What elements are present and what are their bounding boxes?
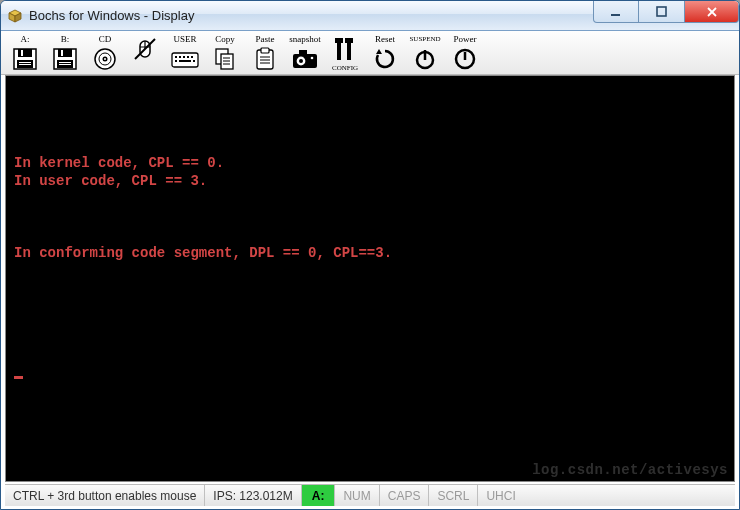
svg-rect-42 xyxy=(261,48,269,53)
svg-rect-31 xyxy=(187,56,189,58)
status-caps: CAPS xyxy=(380,485,430,506)
config-icon xyxy=(330,35,360,64)
status-drive-a[interactable]: A: xyxy=(302,485,336,506)
svg-rect-12 xyxy=(19,64,31,65)
svg-point-50 xyxy=(311,57,314,60)
svg-marker-55 xyxy=(376,49,382,54)
camera-icon xyxy=(290,45,320,73)
svg-rect-35 xyxy=(193,60,195,62)
floppy-a-button[interactable]: A: xyxy=(5,34,45,74)
svg-rect-11 xyxy=(19,62,31,63)
svg-rect-3 xyxy=(611,14,620,16)
terminal-display[interactable]: In kernel code, CPL == 0. In user code, … xyxy=(5,75,735,482)
statusbar: CTRL + 3rd button enables mouse IPS: 123… xyxy=(5,484,735,506)
svg-rect-15 xyxy=(61,50,63,56)
titlebar[interactable]: Bochs for Windows - Display xyxy=(1,1,739,31)
minimize-button[interactable] xyxy=(593,1,639,23)
svg-rect-8 xyxy=(18,49,32,57)
floppy-b-button[interactable]: B: xyxy=(45,34,85,74)
copy-icon xyxy=(210,45,240,73)
power-icon xyxy=(450,45,480,73)
svg-rect-34 xyxy=(179,60,191,62)
svg-point-22 xyxy=(104,58,106,60)
status-num: NUM xyxy=(335,485,379,506)
keyboard-icon xyxy=(170,45,200,73)
svg-rect-54 xyxy=(345,38,353,43)
window-controls xyxy=(593,1,739,30)
svg-rect-28 xyxy=(175,56,177,58)
config-button[interactable]: CONFIG xyxy=(325,34,365,74)
floppy-icon xyxy=(10,45,40,73)
user-button[interactable]: USER xyxy=(165,34,205,74)
svg-rect-33 xyxy=(175,60,177,62)
reset-icon xyxy=(370,45,400,73)
floppy-icon xyxy=(50,45,80,73)
svg-point-49 xyxy=(299,59,303,63)
status-mouse-hint: CTRL + 3rd button enables mouse xyxy=(5,485,205,506)
app-window: Bochs for Windows - Display A: B: xyxy=(0,0,740,510)
svg-rect-4 xyxy=(657,7,666,16)
mouse-disabled-icon xyxy=(130,36,160,64)
svg-rect-30 xyxy=(183,56,185,58)
cd-icon xyxy=(90,45,120,73)
suspend-button[interactable]: SUSPEND xyxy=(405,34,445,74)
svg-rect-47 xyxy=(299,50,307,55)
reset-button[interactable]: Reset xyxy=(365,34,405,74)
svg-rect-14 xyxy=(58,49,72,57)
mouse-capture-button[interactable] xyxy=(125,34,165,74)
svg-rect-32 xyxy=(191,56,193,58)
close-button[interactable] xyxy=(685,1,739,23)
status-ips: IPS: 123.012M xyxy=(205,485,301,506)
terminal-cursor xyxy=(14,376,23,379)
svg-rect-18 xyxy=(59,64,71,65)
window-title: Bochs for Windows - Display xyxy=(29,8,593,23)
terminal-text: In kernel code, CPL == 0. In user code, … xyxy=(14,155,392,261)
svg-rect-17 xyxy=(59,62,71,63)
svg-rect-9 xyxy=(21,50,23,56)
power-button[interactable]: Power xyxy=(445,34,485,74)
copy-button[interactable]: Copy xyxy=(205,34,245,74)
app-icon xyxy=(7,8,23,24)
watermark-text: log.csdn.net/activesys xyxy=(532,461,728,479)
status-uhci: UHCI xyxy=(478,485,735,506)
snapshot-button[interactable]: snapshot xyxy=(285,34,325,74)
paste-icon xyxy=(250,45,280,73)
maximize-button[interactable] xyxy=(639,1,685,23)
power-icon xyxy=(410,45,440,73)
paste-button[interactable]: Paste xyxy=(245,34,285,74)
toolbar: A: B: CD USER xyxy=(1,31,739,75)
svg-rect-52 xyxy=(335,38,343,43)
cdrom-button[interactable]: CD xyxy=(85,34,125,74)
svg-rect-29 xyxy=(179,56,181,58)
status-scrl: SCRL xyxy=(429,485,478,506)
